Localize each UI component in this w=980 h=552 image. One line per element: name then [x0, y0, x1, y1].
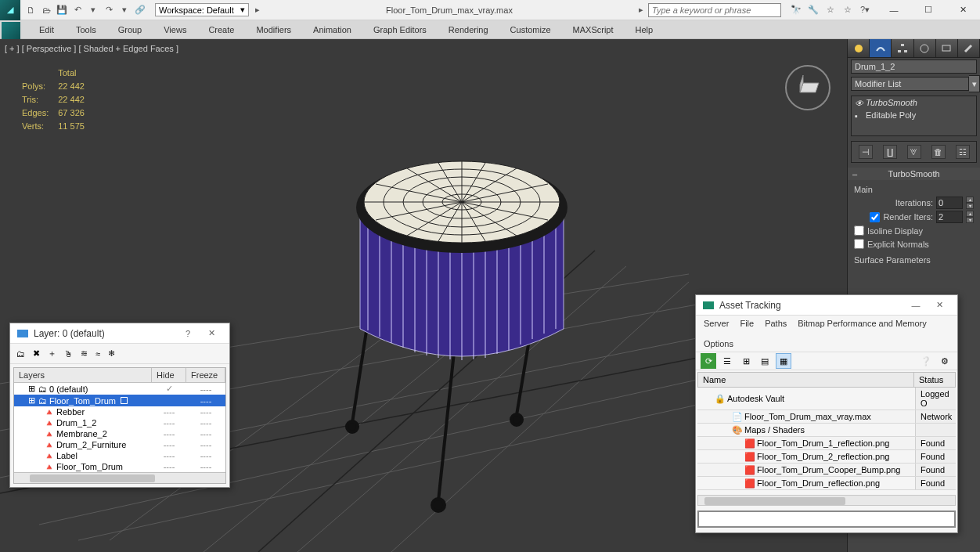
menu-views[interactable]: Views [153, 22, 197, 38]
select-layer-icon[interactable]: 🖱 [64, 349, 73, 359]
menu-tools[interactable]: Tools [65, 22, 107, 38]
star2-icon[interactable]: ☆ [841, 3, 855, 17]
close-button[interactable]: ✕ [946, 0, 980, 20]
menu-graph-editors[interactable]: Graph Editors [362, 22, 438, 38]
pin-stack-icon[interactable]: ⊣ [859, 145, 873, 159]
new-layer-icon[interactable]: 🗂 [16, 349, 25, 359]
menu-modifiers[interactable]: Modifiers [245, 22, 302, 38]
motion-tab[interactable] [914, 39, 936, 57]
asset-row[interactable]: 🔒Autodesk VaultLogged O [697, 388, 956, 410]
layer-row[interactable]: 🔺 Membrane_2-------- [14, 428, 225, 439]
maximize-button[interactable]: ☐ [911, 0, 946, 20]
asset-menu-paths[interactable]: Paths [765, 319, 787, 328]
at-refresh-icon[interactable]: ⟳ [701, 353, 716, 369]
menu-create[interactable]: Create [197, 22, 245, 38]
viewcube[interactable] [784, 64, 831, 111]
layer-help-button[interactable]: ? [176, 329, 200, 338]
at-thumb-icon[interactable]: ▤ [757, 353, 773, 369]
layer-row[interactable]: 🔺 Floor_Tom_Drum-------- [14, 461, 225, 472]
create-tab[interactable] [848, 39, 870, 57]
asset-row[interactable]: 🟥Floor_Tom_Drum_1_reflection.pngFound [697, 437, 956, 450]
modifier-stack[interactable]: 👁TurboSmooth ▪Editable Poly [851, 96, 977, 136]
show-end-icon[interactable]: ∐ [883, 145, 897, 159]
new-icon[interactable]: 🗋 [23, 3, 38, 17]
binoculars-icon[interactable]: 🔭 [789, 3, 803, 17]
isoline-check[interactable] [854, 225, 864, 236]
layer-close-button[interactable]: ✕ [200, 328, 223, 338]
modifier-list[interactable]: Modifier List [851, 77, 969, 91]
at-table-icon[interactable]: ▦ [776, 353, 791, 369]
menu-group[interactable]: Group [107, 22, 153, 38]
iterations-spin-buttons[interactable]: ▴▾ [966, 197, 974, 209]
undo-icon[interactable]: ↶ [70, 3, 85, 17]
asset-dialog-title[interactable]: Asset Tracking — ✕ [696, 295, 957, 316]
object-name-field[interactable]: Drum_1_2 [851, 60, 977, 74]
menu-animation[interactable]: Animation [302, 22, 362, 38]
rollout-header[interactable]: TurboSmooth [848, 168, 980, 180]
menu-rendering[interactable]: Rendering [438, 22, 499, 38]
display-tab[interactable] [936, 39, 958, 57]
asset-menu-options[interactable]: Options [704, 339, 733, 348]
layer-row[interactable]: ⊞ 🗂 Floor_Tom_Drum ---- [14, 395, 225, 406]
layer-dialog-title[interactable]: Layer: 0 (default) ? ✕ [10, 323, 229, 344]
render-iters-spin-buttons[interactable]: ▴▾ [966, 211, 974, 223]
modifier-list-arrow[interactable]: ▾ [969, 75, 980, 92]
search-prev-icon[interactable]: ▸ [634, 3, 648, 17]
link-icon[interactable]: 🔗 [133, 3, 147, 17]
save-icon[interactable]: 💾 [55, 3, 69, 17]
asset-path-input[interactable] [697, 511, 956, 528]
explicit-check[interactable] [854, 239, 864, 249]
app-icon[interactable]: ◢ [0, 0, 20, 20]
open-icon[interactable]: 🗁 [39, 3, 53, 17]
utilities-tab[interactable] [958, 39, 980, 57]
hierarchy-tab[interactable] [892, 39, 913, 57]
layer-header[interactable]: Layers Hide Freeze [14, 368, 225, 383]
menu-maxscript[interactable]: MAXScript [562, 22, 625, 38]
render-iters-spinner[interactable]: 2 [936, 211, 963, 223]
freeze-layer-icon[interactable]: ❄ [108, 348, 115, 359]
asset-menu-file[interactable]: File [740, 319, 754, 328]
menu-customize[interactable]: Customize [499, 22, 562, 38]
asset-row[interactable]: 🟥Floor_Tom_Drum_2_reflection.pngFound [697, 450, 956, 464]
asset-menu-server[interactable]: Server [704, 319, 729, 328]
render-iters-check[interactable] [870, 212, 880, 222]
workspace-selector[interactable]: Workspace: Default▾ [155, 3, 249, 16]
layer-row[interactable]: ⊞ 🗂 0 (default)✓---- [14, 383, 225, 395]
unique-icon[interactable]: ⩔ [907, 145, 921, 159]
asset-hscroll[interactable] [697, 495, 956, 506]
star-icon[interactable]: ☆ [823, 3, 838, 17]
asset-row[interactable]: 🟥Floor_Tom_Drum_Cooper_Bump.pngFound [697, 464, 956, 477]
asset-close-button[interactable]: ✕ [928, 300, 951, 310]
help-icon[interactable]: ?▾ [858, 3, 872, 17]
search-input[interactable] [648, 3, 781, 17]
configure-icon[interactable]: ☷ [956, 145, 970, 159]
remove-mod-icon[interactable]: 🗑 [931, 145, 946, 159]
asset-row[interactable]: 🟥Floor_Tom_Drum_reflection.pngFound [697, 477, 956, 490]
highlight-layer-icon[interactable]: ≋ [81, 348, 88, 359]
asset-row[interactable]: 📄Floor_Tom_Drum_max_vray.maxNetwork [697, 410, 956, 424]
asset-menu-bitmap-performance-and-memory[interactable]: Bitmap Performance and Memory [798, 319, 926, 328]
layer-hscroll[interactable] [14, 472, 225, 483]
menu-edit[interactable]: Edit [28, 22, 65, 38]
asset-row[interactable]: 🎨Maps / Shaders [697, 424, 956, 437]
at-list-icon[interactable]: ☰ [719, 353, 735, 369]
asset-header[interactable]: Name Status [697, 372, 956, 388]
modify-tab[interactable] [870, 39, 892, 57]
layer-row[interactable]: 🔺 Drum_1_2-------- [14, 417, 225, 428]
add-to-layer-icon[interactable]: ＋ [48, 348, 56, 359]
stack-item-turbosmooth[interactable]: 👁TurboSmooth [852, 96, 976, 109]
layer-row[interactable]: 🔺 Drum_2_Furniture-------- [14, 439, 225, 450]
stack-item-editablepoly[interactable]: ▪Editable Poly [852, 109, 976, 121]
layer-row[interactable]: 🔺 Label-------- [14, 450, 225, 461]
workspace-arrow-icon[interactable]: ▸ [250, 3, 265, 17]
redo-icon[interactable]: ↷ [102, 3, 116, 17]
at-settings-icon[interactable]: ⚙ [937, 353, 953, 369]
wrench-icon[interactable]: 🔧 [806, 3, 820, 17]
redo-dd-icon[interactable]: ▾ [117, 3, 132, 17]
at-tree-icon[interactable]: ⊞ [738, 353, 754, 369]
iterations-spinner[interactable]: 0 [936, 197, 963, 209]
at-help-icon[interactable]: ❔ [918, 353, 934, 369]
delete-layer-icon[interactable]: ✖ [33, 348, 40, 359]
hide-layer-icon[interactable]: ≈ [95, 349, 100, 359]
minimize-button[interactable]: — [877, 0, 911, 20]
